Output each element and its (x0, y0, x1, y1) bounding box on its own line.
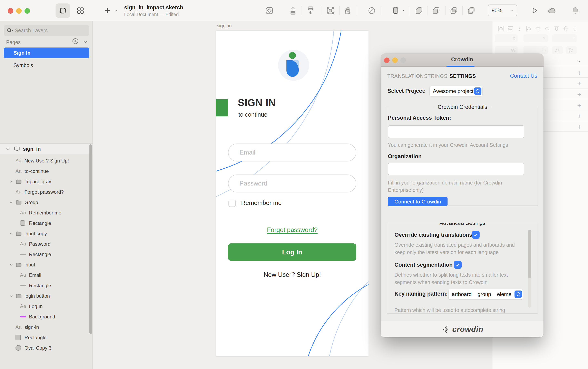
search-input[interactable]: Search Layers (4, 25, 89, 36)
organization-input[interactable] (388, 163, 524, 175)
sidebar-scrollbar[interactable] (89, 144, 92, 334)
more-options-icon[interactable] (516, 25, 523, 32)
override-checkbox[interactable] (472, 231, 480, 239)
layer-row[interactable]: Oval Copy 3 (0, 343, 93, 353)
y-position-field[interactable]: Y (524, 34, 548, 42)
subtract-icon[interactable] (432, 6, 441, 15)
layer-row[interactable]: Rectangle (0, 280, 93, 291)
forgot-password-link[interactable]: Forgot password? (216, 226, 368, 234)
password-field[interactable]: Password (228, 175, 356, 192)
remember-me-checkbox[interactable] (229, 199, 236, 207)
heading-accent-rect[interactable] (216, 99, 228, 116)
tab-strings[interactable]: STRINGS (424, 73, 448, 79)
layer-row[interactable]: login button (0, 291, 93, 301)
minimize-window-button[interactable] (16, 8, 22, 14)
insert-chevron-icon[interactable] (113, 6, 119, 15)
frame-tool-chevron-icon[interactable] (400, 6, 406, 15)
symbol-icon[interactable] (265, 6, 274, 15)
add-style-button[interactable]: + (577, 112, 581, 120)
align-bottom-icon[interactable] (571, 25, 579, 32)
layer-row[interactable]: AaLog In (0, 301, 93, 311)
chevron-down-icon[interactable] (9, 294, 13, 298)
add-style-button[interactable]: + (577, 80, 581, 88)
layer-row[interactable]: AaRemember me (0, 208, 93, 218)
align-right-icon[interactable] (544, 25, 551, 32)
chevron-down-icon[interactable] (9, 263, 13, 267)
add-style-button[interactable]: + (577, 90, 581, 99)
add-style-button[interactable]: + (577, 69, 581, 77)
height-field[interactable]: H (524, 46, 548, 54)
align-middle-vertical-icon[interactable] (562, 25, 569, 32)
rotation-field[interactable]: ° (552, 34, 577, 42)
cloud-share-button[interactable] (547, 6, 556, 15)
key-pattern-dropdown[interactable]: artboard__group__elemer (449, 289, 523, 299)
close-window-button[interactable] (8, 8, 13, 14)
pages-collapse-button[interactable] (83, 39, 88, 45)
layer-row[interactable]: Rectangle (0, 249, 93, 259)
crowdin-plugin-window[interactable]: Crowdin TRANSLATION STRINGS SETTINGS Con… (381, 54, 544, 337)
distribute-horizontal-icon[interactable] (497, 25, 505, 32)
width-field[interactable]: W (495, 46, 518, 54)
layer-row[interactable]: Background (0, 311, 93, 322)
impact-logo[interactable] (276, 48, 311, 83)
preview-play-button[interactable] (530, 6, 539, 15)
artboard-title[interactable]: sign_in (217, 23, 232, 29)
email-field[interactable]: Email (228, 143, 356, 161)
send-backward-icon[interactable] (306, 6, 315, 15)
canvas-view-toggle[interactable] (55, 3, 70, 18)
union-icon[interactable] (414, 6, 423, 15)
layer-row[interactable]: input copy (0, 228, 93, 239)
grid-view-toggle[interactable] (76, 6, 85, 15)
tab-settings[interactable]: SETTINGS (450, 73, 476, 79)
add-style-button[interactable]: + (577, 123, 581, 131)
contact-us-link[interactable]: Contact Us (510, 73, 537, 79)
layer-row[interactable]: AaPassword (0, 239, 93, 249)
layer-row[interactable]: Group (0, 197, 93, 208)
notifications-button[interactable] (571, 6, 580, 15)
zoom-window-button[interactable] (24, 8, 30, 14)
layer-row[interactable]: AaNew User? Sign Up! (0, 156, 93, 166)
log-in-button[interactable]: Log In (228, 243, 356, 261)
page-item-symbols[interactable]: Symbols (4, 60, 89, 70)
intersect-icon[interactable] (449, 6, 458, 15)
layer-row[interactable]: Rectangle (0, 218, 93, 228)
token-input[interactable] (388, 125, 524, 138)
distribute-vertical-icon[interactable] (506, 25, 514, 32)
chevron-down-icon[interactable] (9, 200, 13, 205)
segmentation-checkbox[interactable] (454, 261, 462, 269)
layer-row[interactable]: AaEmail (0, 270, 93, 280)
layer-row[interactable]: Aasign-in (0, 322, 93, 332)
group-icon[interactable] (326, 6, 335, 15)
align-top-icon[interactable] (553, 25, 560, 32)
chevron-right-icon[interactable] (9, 180, 13, 184)
sign-in-heading[interactable]: SIGN IN (238, 97, 276, 108)
flip-horizontal-button[interactable] (552, 46, 563, 54)
sign-up-link[interactable]: New User? Sign Up! (216, 271, 368, 279)
zoom-level-dropdown[interactable]: 90% (488, 4, 517, 16)
layer-row[interactable]: Rectangle (0, 332, 93, 343)
connect-to-crowdin-button[interactable]: Connect to Crowdin (388, 197, 448, 206)
rotate-icon[interactable] (367, 6, 376, 15)
flip-vertical-button[interactable] (566, 46, 577, 54)
advanced-scrollbar[interactable] (528, 230, 531, 308)
align-center-horizontal-icon[interactable] (534, 25, 542, 32)
artboard-root-row[interactable]: sign_in (0, 143, 93, 154)
align-left-icon[interactable] (525, 25, 533, 32)
crowdin-titlebar[interactable]: Crowdin (381, 54, 544, 67)
layer-row[interactable]: AaForgot password? (0, 187, 93, 197)
difference-icon[interactable] (467, 6, 476, 15)
chevron-down-icon[interactable] (5, 146, 10, 151)
layer-row[interactable]: impact_gray (0, 176, 93, 187)
bring-forward-icon[interactable] (288, 6, 297, 15)
layer-row[interactable]: Aato-continue (0, 166, 93, 176)
project-select-dropdown[interactable]: Awesome project (430, 86, 483, 96)
page-item-sign-in[interactable]: Sign In (4, 48, 89, 58)
add-style-button[interactable]: + (577, 101, 581, 109)
layer-row[interactable]: input (0, 259, 93, 270)
frame-tool-icon[interactable] (391, 6, 400, 15)
to-continue-text[interactable]: to continue (239, 111, 267, 118)
tab-translation[interactable]: TRANSLATION (387, 73, 424, 79)
add-page-button[interactable] (72, 38, 79, 45)
chevron-down-icon[interactable] (9, 231, 13, 236)
insert-button[interactable] (103, 6, 112, 15)
